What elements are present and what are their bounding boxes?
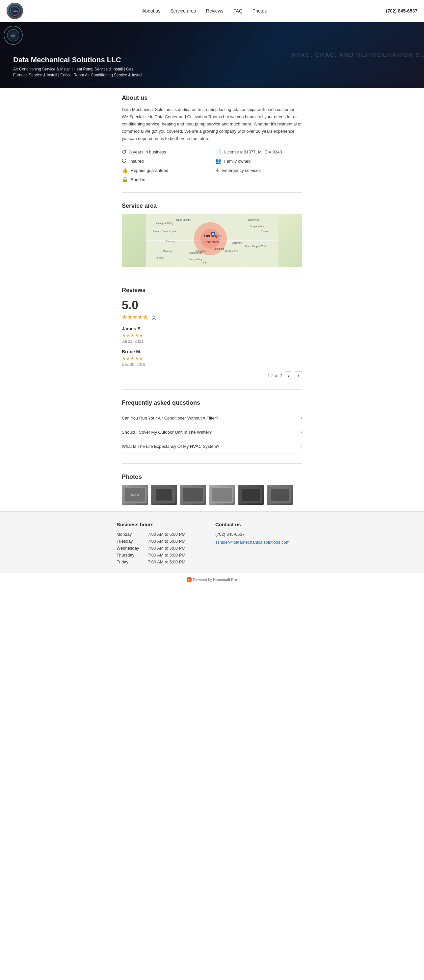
warning-icon: ⚠ — [215, 167, 219, 173]
reviewer-1-stars: ★★★★★ — [122, 332, 302, 338]
hours-row-wednesday: Wednesday 7:00 AM to 5:00 PM — [116, 546, 209, 550]
svg-text:H: H — [188, 578, 190, 581]
pagination-next[interactable]: › — [295, 371, 302, 379]
review-pagination: 1-2 of 2 ‹ › — [122, 371, 302, 379]
nav-reviews[interactable]: Reviews — [206, 8, 224, 13]
contact-email[interactable]: ssnider@datamechanicalsolutions.com — [215, 540, 290, 545]
photo-3[interactable] — [180, 485, 206, 505]
reviewer-2-name: Bruce M. — [122, 349, 302, 354]
divider-2 — [122, 277, 302, 277]
photo-6-img — [268, 487, 291, 503]
svg-text:Pahrump: Pahrump — [166, 240, 175, 243]
hero-logo-graphic: DM — [3, 25, 23, 45]
svg-text:Amargosa Valley: Amargosa Valley — [156, 222, 173, 224]
nav-service-area[interactable]: Service area — [170, 8, 196, 13]
svg-text:DATA: DATA — [12, 10, 18, 13]
svg-text:Meadview: Meadview — [232, 242, 242, 244]
faq-item-1[interactable]: Can You Run Your Air Conditioner Without… — [122, 411, 302, 425]
svg-text:Sandy Valley: Sandy Valley — [189, 258, 202, 261]
footer-grid: Business hours Monday 7:00 AM to 5:00 PM… — [116, 522, 308, 566]
business-hours-title: Business hours — [116, 522, 209, 527]
photo-5[interactable] — [238, 485, 264, 505]
svg-text:Tecopa: Tecopa — [156, 256, 164, 259]
photo-2[interactable] — [151, 485, 177, 505]
about-title: About us — [122, 94, 302, 102]
photo-1[interactable]: DAP II — [122, 485, 148, 505]
hcp-footer: H Powered by Housecall Pro — [0, 573, 424, 587]
nav-faq[interactable]: FAQ — [233, 8, 243, 13]
day-monday: Monday — [116, 532, 145, 537]
badge-license-label: License # 81377, MHD # 0243 — [224, 150, 282, 154]
logo-container[interactable]: DATA — [6, 3, 23, 19]
svg-text:Enterprise: Enterprise — [214, 248, 224, 250]
photo-4-img — [210, 487, 233, 503]
nav-about[interactable]: About us — [142, 8, 160, 13]
time-thursday: 7:00 AM to 5:00 PM — [148, 552, 185, 557]
time-monday: 7:00 AM to 5:00 PM — [148, 532, 185, 537]
photos-title: Photos — [122, 474, 302, 480]
badge-emergency-label: Emergency services — [222, 168, 261, 173]
svg-text:Grand Canyon West: Grand Canyon West — [245, 245, 266, 248]
photos-section: Photos DAP II — [122, 474, 302, 505]
photo-6[interactable] — [267, 485, 293, 505]
document-icon: 📄 — [215, 149, 222, 155]
svg-text:Henderson: Henderson — [205, 240, 219, 244]
faq-item-2[interactable]: Should I Cover My Outdoor Unit In The Wi… — [122, 425, 302, 439]
svg-rect-49 — [271, 489, 289, 501]
hero-subtitle: Air Conditioning Service & Install | Hea… — [13, 66, 145, 78]
photo-2-img — [152, 487, 175, 503]
contact-section: Contact us (702) 845-6537 ssnider@datame… — [215, 522, 308, 566]
nav-links: About us Service area Reviews FAQ Photos — [142, 8, 267, 13]
badge-bonded-label: Bonded — [131, 177, 146, 182]
photo-3-img — [181, 487, 205, 503]
about-section: About us Data Mechanical Solutions is de… — [122, 94, 302, 183]
badge-family-label: Family owned — [224, 159, 251, 164]
day-friday: Friday — [116, 560, 145, 565]
faq-chevron-2: › — [300, 429, 302, 435]
powered-by-label: Powered by — [193, 578, 212, 582]
overall-stars: ★★★★★ — [122, 313, 148, 321]
pagination-prev[interactable]: ‹ — [285, 371, 292, 379]
photo-4[interactable] — [209, 485, 235, 505]
about-body: Data Mechanical Solutions is dedicated t… — [122, 106, 302, 142]
badge-insured: 🛡 Insured — [122, 158, 209, 164]
review-2: Bruce M. ★★★★★ Dec 30, 2019 — [122, 349, 302, 367]
pagination-info: 1-2 of 2 — [268, 373, 282, 378]
svg-text:DM: DM — [11, 34, 16, 37]
badge-years-label: 8 years in business — [129, 150, 166, 154]
overall-rating: 5.0 — [122, 298, 302, 312]
hours-row-friday: Friday 7:00 AM to 5:00 PM — [116, 560, 209, 565]
badge-repairs-label: Repairs guaranteed — [131, 168, 168, 173]
logo-icon: DATA — [6, 3, 23, 19]
svg-text:Indian Springs: Indian Springs — [176, 219, 191, 221]
service-area-map[interactable]: Las Vegas Henderson Amargosa Valley Indi… — [122, 214, 302, 267]
faq-question-3: What Is The Life Expectancy Of My HVAC S… — [122, 444, 219, 449]
day-thursday: Thursday — [116, 552, 145, 557]
svg-text:DAP II: DAP II — [131, 494, 139, 496]
photo-1-img: DAP II — [124, 487, 146, 503]
faq-chevron-1: › — [300, 415, 302, 421]
photo-5-img — [239, 487, 262, 503]
time-wednesday: 7:00 AM to 5:00 PM — [148, 546, 185, 550]
service-area-section: Service area Las Vegas — [122, 202, 302, 267]
nav-phone[interactable]: (702) 845-6537 — [386, 8, 418, 13]
day-tuesday: Tuesday — [116, 539, 145, 544]
faq-question-2: Should I Cover My Outdoor Unit In The Wi… — [122, 430, 212, 435]
svg-rect-45 — [212, 488, 232, 501]
clock-icon: ⏱ — [122, 149, 127, 155]
badges-grid: ⏱ 8 years in business 📄 License # 81377,… — [122, 149, 302, 183]
hcp-logo: H Powered by Housecall Pro — [187, 577, 237, 582]
time-tuesday: 7:00 AM to 5:00 PM — [148, 539, 185, 544]
svg-text:Enterprise: Enterprise — [195, 250, 206, 253]
reviewer-2-date: Dec 30, 2019 — [122, 362, 302, 367]
nav-photos[interactable]: Photos — [252, 8, 267, 13]
svg-rect-47 — [242, 489, 260, 501]
contact-phone: (702) 845-6537 — [215, 532, 308, 537]
divider-3 — [122, 389, 302, 390]
faq-chevron-3: › — [300, 443, 302, 449]
badge-bonded: 🔒 Bonded — [122, 177, 209, 183]
svg-text:Crystal: Crystal — [169, 230, 176, 233]
faq-item-3[interactable]: What Is The Life Expectancy Of My HVAC S… — [122, 439, 302, 453]
reviews-section: Reviews 5.0 ★★★★★ (2) James S. ★★★★★ Jul… — [122, 287, 302, 379]
badge-years: ⏱ 8 years in business — [122, 149, 209, 155]
